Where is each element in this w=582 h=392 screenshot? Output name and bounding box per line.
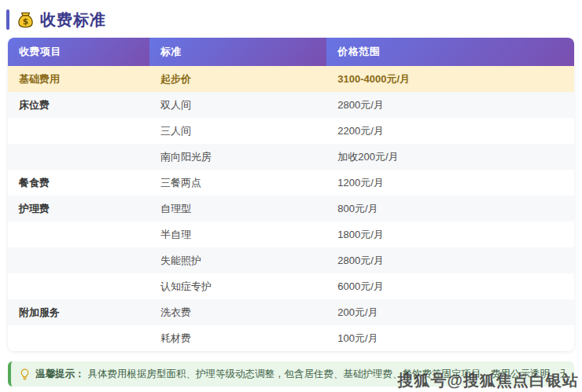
table-row: 耗材费 100元/月 [8, 325, 574, 351]
cell-item: 基础费用 [8, 66, 149, 92]
cell-item [8, 222, 149, 247]
cell-item [8, 144, 149, 170]
cell-standard: 认知症专护 [149, 273, 326, 299]
cell-item [8, 273, 149, 299]
cell-price: 800元/月 [326, 196, 574, 222]
cell-standard: 耗材费 [149, 325, 326, 351]
table-row: 半自理 1800元/月 [8, 222, 574, 247]
cell-standard: 洗衣费 [149, 299, 326, 325]
table-row: 附加服务 洗衣费 200元/月 [8, 299, 574, 325]
cell-standard: 起步价 [149, 66, 326, 92]
cell-price: 加收200元/月 [326, 144, 574, 170]
table-row: 床位费 双人间 2800元/月 [8, 92, 574, 118]
table-header-row: 收费项目 标准 价格范围 [8, 38, 574, 66]
column-header-price-range: 价格范围 [326, 38, 574, 66]
cell-price: 2800元/月 [326, 247, 574, 273]
cell-item [8, 325, 149, 351]
cell-item: 护理费 [8, 196, 149, 222]
cell-item [8, 247, 149, 273]
money-bag-icon: $ [17, 11, 35, 29]
cell-price: 200元/月 [326, 299, 574, 325]
cell-price: 1800元/月 [326, 222, 574, 247]
cell-price: 2800元/月 [326, 92, 574, 118]
accent-bar [6, 9, 9, 30]
fee-standard-page: $ 收费标准 收费项目 标准 价格范围 基础费用 起步价 3100-4000元/… [0, 0, 582, 392]
cell-price: 100元/月 [326, 325, 574, 351]
cell-item: 餐食费 [8, 170, 149, 196]
page-title: 收费标准 [40, 9, 106, 31]
table-row-base-fee: 基础费用 起步价 3100-4000元/月 [8, 66, 574, 92]
column-header-item: 收费项目 [8, 38, 149, 66]
cell-item [8, 118, 149, 144]
cell-standard: 失能照护 [149, 247, 326, 273]
page-header: $ 收费标准 [6, 6, 574, 33]
cell-standard: 三餐两点 [149, 170, 326, 196]
tip-label: 温馨提示： [35, 368, 85, 381]
cell-standard: 南向阳光房 [149, 144, 326, 170]
cell-standard: 半自理 [149, 222, 326, 247]
cell-price: 1200元/月 [326, 170, 574, 196]
cell-item: 附加服务 [8, 299, 149, 325]
cell-price: 3100-4000元/月 [326, 66, 574, 92]
column-header-standard: 标准 [149, 38, 326, 66]
table-row: 三人间 2200元/月 [8, 118, 574, 144]
cell-standard: 双人间 [149, 92, 326, 118]
cell-standard: 自理型 [149, 196, 326, 222]
cell-price: 2200元/月 [326, 118, 574, 144]
cell-item: 床位费 [8, 92, 149, 118]
cell-standard: 三人间 [149, 118, 326, 144]
cell-price: 6000元/月 [326, 273, 574, 299]
table-row: 餐食费 三餐两点 1200元/月 [8, 170, 574, 196]
fee-table: 收费项目 标准 价格范围 基础费用 起步价 3100-4000元/月 床位费 双… [8, 38, 574, 351]
table-row: 南向阳光房 加收200元/月 [8, 144, 574, 170]
watermark-text: 搜狐号@搜狐焦点白银站 [397, 370, 579, 391]
lightbulb-icon [19, 368, 31, 380]
table-row: 护理费 自理型 800元/月 [8, 196, 574, 222]
svg-text:$: $ [23, 16, 28, 25]
table-row: 认知症专护 6000元/月 [8, 273, 574, 299]
table-row: 失能照护 2800元/月 [8, 247, 574, 273]
